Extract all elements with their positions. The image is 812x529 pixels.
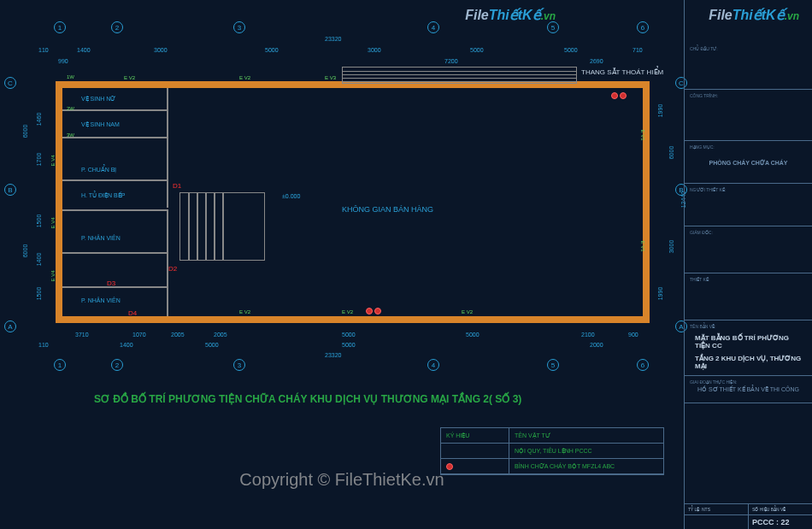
dim-l-6000: 6000 xyxy=(22,125,28,138)
tb-ty-le: TỶ LỆ: NTS xyxy=(685,504,749,514)
dim-l-1500b: 1500 xyxy=(36,287,42,301)
door-d3: D3 xyxy=(107,279,115,287)
dim-top-3: 3000 xyxy=(368,47,381,53)
wall-prep xyxy=(62,179,167,181)
exit-ev4c: E V4 xyxy=(50,270,56,281)
logo-tb-ke: Kế xyxy=(766,8,785,22)
tb-sheet-info: TỶ LỆ: NTS SỐ HIỆU BẢN VẼ PCCC : 22 xyxy=(685,503,812,529)
grid-b-3: 3 xyxy=(233,359,245,371)
grid-b-5: 5 xyxy=(547,359,559,371)
door-d2: D2 xyxy=(168,265,177,273)
dim-top-total: 23320 xyxy=(325,36,341,42)
exit-ev1r: E V1 xyxy=(640,129,645,140)
drawing-area: FileThiếtKế.vn 1 2 3 4 5 6 C B A C B A 1… xyxy=(0,0,684,529)
logo-vn: .vn xyxy=(541,10,556,22)
room-staff1: P. NHÂN VIÊN xyxy=(81,235,121,241)
grid-marker-2: 2 xyxy=(111,21,123,33)
dim-b-3710: 3710 xyxy=(75,332,89,338)
wall-bottom xyxy=(56,316,650,323)
tb-hang-muc-val: PHÒNG CHÁY CHỮA CHÁY xyxy=(690,160,807,167)
grid-marker-a-left: A xyxy=(4,320,16,332)
title-block: FileThiếtKế.vn CHỦ ĐẦU TƯ: CÔNG TRÌNH: H… xyxy=(684,0,812,529)
logo-tb: FileThiếtKế.vn xyxy=(709,7,799,23)
stl-4 xyxy=(214,192,215,261)
exit-3w: 3W xyxy=(67,132,74,138)
tb-giai-doan-val: HỒ SƠ THIẾT KẾ BẢN VẼ THI CÔNG xyxy=(690,386,807,393)
dim-b-5000d: 5000 xyxy=(466,332,480,338)
wall-staff1 xyxy=(62,252,167,254)
dim-l-1500: 1500 xyxy=(36,215,42,228)
exit-ev1r2: E V1 xyxy=(640,240,645,251)
room-staff2: P. NHÂN VIÊN xyxy=(81,297,121,303)
exit-ev4b: E V4 xyxy=(50,217,56,228)
tb-nguoi-tk-label: NGƯỜI THIẾT KẾ: xyxy=(690,187,807,192)
dim-top-5: 5000 xyxy=(564,47,578,53)
dim-l-1700: 1700 xyxy=(36,153,42,167)
grid-b-6: 6 xyxy=(637,359,649,371)
dim-b-2005b: 2005 xyxy=(214,332,227,338)
grid-marker-6: 6 xyxy=(637,21,649,33)
dim-top-1: 3000 xyxy=(154,47,168,53)
exit-1w: 1W xyxy=(67,74,74,79)
tb-cong-trinh-label: CÔNG TRÌNH: xyxy=(690,93,807,98)
exit-ev2t: E V2 xyxy=(124,75,135,80)
wall-tech xyxy=(62,209,167,211)
dim-top-6: 710 xyxy=(633,47,643,53)
stl-1 xyxy=(188,192,190,261)
dim-l-1400: 1400 xyxy=(36,253,42,267)
tb-hang-muc-label: HẠNG MỤC: xyxy=(690,144,807,150)
room-wc-male: VỆ SINH NAM xyxy=(81,121,120,128)
exit-ev3t: E V3 xyxy=(325,75,336,80)
dim-l-1460: 1460 xyxy=(36,113,42,126)
dim-r-6000: 6000 xyxy=(668,146,674,160)
exit-ev2b2: E V2 xyxy=(342,309,353,314)
dim-110-t: 110 xyxy=(38,47,49,53)
fire-ext-4 xyxy=(620,92,627,99)
grid-marker-4: 4 xyxy=(427,21,439,33)
tb-sheet-no: PCCC : 22 xyxy=(749,515,812,529)
legend-sym-2 xyxy=(441,459,509,473)
grid-marker-1: 1 xyxy=(54,21,66,33)
wall-left xyxy=(56,81,62,323)
room-main-hall: KHÔNG GIAN BÁN HÀNG xyxy=(342,205,433,214)
dim-b-5000c: 5000 xyxy=(342,332,356,338)
dim-b-2100: 2100 xyxy=(581,332,595,338)
logo-watermark: FileThiếtKế.vn xyxy=(465,7,556,23)
tb-date xyxy=(685,515,749,529)
logo-tb-file: File xyxy=(709,8,733,22)
legend-row-2: BÌNH CHỮA CHÁY BỘT MFZL4 ABC xyxy=(509,459,663,473)
escape-stair xyxy=(342,67,577,84)
exit-ev2t2: E V2 xyxy=(239,75,250,80)
tb-chu-dau-tu-label: CHỦ ĐẦU TƯ: xyxy=(690,46,807,51)
door-d4: D4 xyxy=(128,309,137,317)
exit-ev2b3: E V2 xyxy=(462,309,473,314)
dim-r-3000: 3000 xyxy=(668,240,674,254)
wall-right xyxy=(643,81,650,323)
dim-b-5000: 5000 xyxy=(205,342,219,348)
dim-7200: 7200 xyxy=(444,58,458,64)
drawing-caption: SƠ ĐỒ BỐ TRÍ PHƯƠNG TIỆN CHỮA CHÁY KHU D… xyxy=(94,393,521,405)
exit-2w: 2W xyxy=(67,106,74,111)
dim-b-1400: 1400 xyxy=(120,342,133,348)
tb-so-hieu-label: SỐ HIỆU BẢN VẼ xyxy=(749,504,812,514)
wall-wc-divider xyxy=(62,109,167,111)
grid-marker-b-left: B xyxy=(4,184,16,196)
fire-ext-2 xyxy=(374,308,381,314)
grid-marker-5: 5 xyxy=(547,21,559,33)
dim-b-1070: 1070 xyxy=(132,332,146,338)
tb-drawing-name-2: TẦNG 2 KHU DỊCH VỤ, THƯƠNG MẠI xyxy=(690,355,807,375)
dim-r-1990b: 1990 xyxy=(657,287,663,301)
tb-giai-doan-label: GIAI ĐOẠN THỰC HIỆN: xyxy=(690,379,807,385)
grid-marker-c-left: C xyxy=(4,77,16,89)
grid-marker-3: 3 xyxy=(233,21,245,33)
logo-ke: Kế xyxy=(522,8,541,22)
room-tech: H. TỦ ĐIỆN BẾP xyxy=(81,192,125,199)
door-d1: D1 xyxy=(173,182,181,190)
tb-drawing-name-1: MẶT BẰNG BỐ TRÍ PHƯƠNG TIỆN CC xyxy=(690,329,807,355)
grid-b-4: 4 xyxy=(427,359,439,371)
stl-5 xyxy=(222,192,224,261)
room-wc-female: VỆ SINH NỮ xyxy=(81,96,115,103)
exit-ev2b: E V2 xyxy=(239,309,250,314)
grid-b-2: 2 xyxy=(111,359,123,371)
dim-sub-2690: 2690 xyxy=(590,58,603,64)
